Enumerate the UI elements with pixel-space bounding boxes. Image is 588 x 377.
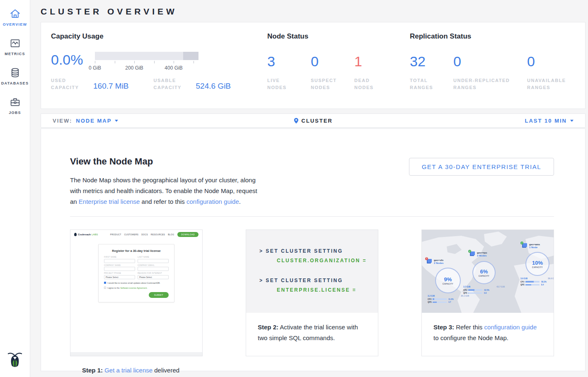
usable-capacity-label: USABLE CAPACITY (154, 77, 189, 91)
capacity-bar (95, 52, 198, 60)
capacity-axis-tick (134, 61, 135, 63)
form-input (104, 259, 135, 263)
form-checkbox-row: I would like to receive email updates ab… (104, 282, 169, 284)
form-input (138, 259, 169, 263)
locality-node-count: 2 Nodes (477, 254, 487, 257)
capacity-axis-tick (194, 61, 194, 63)
unavailable-ranges-stat: 0 UNAVAILABLE RANGES (527, 49, 585, 91)
locality-node-count: 1 Node (529, 246, 540, 249)
suspect-nodes-value: 0 (311, 49, 354, 74)
form-title: Register for a 30-day trial license (104, 249, 169, 253)
cpu-label: CPU (520, 281, 525, 283)
sql-command: > SET CLUSTER SETTING CLUSTER.ORGANIZATI… (259, 248, 378, 263)
capacity-bar-chart: 0 GiB 200 GiB 400 GiB (95, 52, 198, 71)
cpu-value: 58.3% (541, 281, 547, 283)
cpu-bar (433, 298, 447, 300)
time-range-dropdown[interactable]: LAST 10 MIN (525, 118, 573, 124)
cluster-summary-panel: Capacity Usage 0.0% (41, 22, 586, 109)
capacity-axis-tick (95, 61, 95, 63)
site-nav-item: CUSTOMERS (124, 233, 139, 236)
replication-status-title: Replication Status (410, 32, 585, 41)
sidebar-item-metrics[interactable]: METRICS (0, 38, 30, 56)
site-footer-strip (70, 352, 202, 356)
gauge-percent: 6% (480, 268, 488, 275)
checkbox-label: I would like to receive email updates ab… (107, 282, 160, 284)
capacity-axis-tick (115, 61, 115, 63)
form-field-label: FIRST NAME (104, 256, 135, 258)
site-download-button: DOWNLOAD (177, 232, 198, 237)
node-map-preview: ! geo=sfo 2 Nodes 9% CAPACITY (422, 230, 554, 313)
cockroachdb-admin-ui: OVERVIEW METRICS DATABASES JO (0, 0, 588, 377)
cockroachdb-logo (7, 350, 23, 371)
form-field-label: COMPANY EMAIL (138, 264, 169, 266)
site-nav-menu: PRODUCT CUSTOMERS DOCS RESOURCES BLOG (110, 233, 174, 236)
capacity-usage-title: Capacity Usage (51, 32, 267, 41)
gauge-percent: 10% (532, 260, 543, 266)
site-nav-item: RESOURCES (151, 233, 165, 236)
caption-text: Refer this (454, 324, 484, 331)
qps-bar (433, 302, 447, 303)
form-select: Please Select (138, 275, 169, 279)
capacity-total: 43.7 GiB (496, 285, 505, 288)
main-content: CLUSTER OVERVIEW Capacity Usage 0.0% (30, 0, 588, 377)
sidebar-item-label: DATABASES (1, 81, 29, 85)
capacity-axis-tick (174, 61, 174, 63)
cpu-value: 11.0% (448, 298, 454, 300)
view-toolbar: VIEW: NODE MAP CLUSTER LAST 10 MIN (41, 114, 586, 128)
locality-widget-nyc: ✓ geo=nyc 2 Nodes 6% CAPACITY (463, 251, 505, 294)
form-input (104, 267, 135, 271)
locality-node-count: 2 Nodes (434, 262, 443, 264)
ok-badge-icon: ✓ (520, 242, 523, 244)
capacity-gauge: 6% CAPACITY (472, 261, 496, 284)
node-map-description: The Node Map shows the geographical layo… (70, 175, 266, 207)
cpu-bar (525, 281, 540, 283)
unavailable-ranges-value: 0 (527, 49, 585, 74)
capacity-used: 3.2 GiB (428, 295, 435, 297)
form-select: Please Select (104, 275, 135, 279)
enterprise-trial-license-link[interactable]: Enterprise trial license (79, 198, 140, 205)
node-cube-icon: ✓ (471, 251, 475, 255)
capacity-usage-section: Capacity Usage 0.0% (51, 32, 267, 109)
step3-caption: Step 3: Refer this configuration guide t… (422, 313, 554, 343)
checkbox-icon (104, 287, 106, 289)
checkbox-label: I agree to the (107, 287, 119, 289)
cpu-label: CPU (463, 289, 468, 291)
get-trial-license-link[interactable]: Get a trial license (104, 367, 152, 374)
live-nodes-label: LIVE NODES (267, 77, 296, 91)
enterprise-trial-button[interactable]: GET A 30-DAY ENTERPRISE TRIAL (409, 158, 554, 176)
step1-card: Cockroach LABS PRODUCT CUSTOMERS DOCS RE… (70, 230, 203, 356)
form-field-label: PROJECT PHASE (104, 272, 135, 274)
suspect-nodes-stat: 0 SUSPECT NODES (311, 49, 354, 91)
dead-nodes-stat: 1 DEAD NODES (354, 49, 398, 91)
total-ranges-stat: 32 TOTAL RANGES (410, 49, 453, 91)
sql-command-text: > SET CLUSTER SETTING (259, 248, 378, 254)
gauge-label: CAPACITY (443, 283, 453, 285)
sidebar-item-databases[interactable]: DATABASES (0, 67, 30, 85)
sidebar-item-overview[interactable]: OVERVIEW (0, 8, 30, 27)
site-nav-item: BLOG (168, 233, 174, 236)
node-map-panel: View the Node Map The Node Map shows the… (41, 128, 586, 371)
site-nav-item: DOCS (141, 233, 148, 236)
site-logo-text: Cockroach (78, 233, 91, 236)
site-nav-item: PRODUCT (110, 233, 121, 236)
step2-card: > SET CLUSTER SETTING CLUSTER.ORGANIZATI… (246, 230, 378, 356)
capacity-axis-label: 400 GiB (165, 65, 182, 71)
sidebar-item-label: OVERVIEW (3, 22, 27, 27)
time-range-value: LAST 10 MIN (525, 118, 567, 124)
step-label: Step 1: (82, 367, 103, 374)
node-status-section: Node Status 3 LIVE NODES 0 SUSPECT NODES… (267, 32, 410, 109)
configuration-guide-link[interactable]: configuration guide (484, 324, 537, 331)
site-logo-suffix: LABS (92, 233, 98, 236)
capacity-total: 36.6 GiB (548, 277, 554, 280)
unavailable-ranges-label: UNAVAILABLE RANGES (527, 77, 573, 91)
sidebar-item-jobs[interactable]: JOBS (0, 97, 30, 115)
under-replicated-ranges-label: UNDER-REPLICATED RANGES (453, 77, 520, 91)
capacity-axis-tick (154, 61, 155, 63)
usable-capacity-stat: USABLE CAPACITY 524.6 GiB (154, 77, 231, 91)
home-icon (10, 8, 21, 19)
capacity-bar-reserved-segment (183, 52, 199, 60)
view-selector-dropdown[interactable]: NODE MAP (76, 118, 118, 124)
cluster-breadcrumb: CLUSTER (293, 118, 332, 124)
configuration-guide-link[interactable]: configuration guide (186, 198, 239, 205)
capacity-axis (95, 61, 198, 64)
